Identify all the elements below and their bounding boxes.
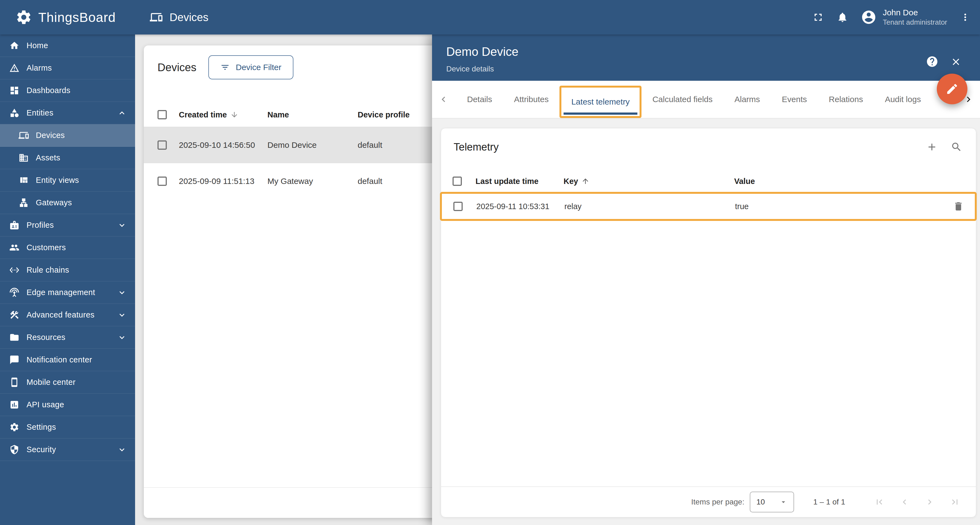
delete-trash-icon[interactable] bbox=[953, 201, 964, 212]
devices-title: Devices bbox=[158, 61, 196, 73]
add-telemetry-icon[interactable] bbox=[926, 141, 938, 153]
telemetry-card: Telemetry Last update time Key Value bbox=[441, 128, 976, 517]
tabs-list: Details Attributes Latest telemetry Calc… bbox=[456, 81, 932, 118]
sidebar-item-edge-management[interactable]: Edge management bbox=[0, 281, 135, 304]
smartphone-icon bbox=[9, 377, 19, 387]
device-details-drawer: Demo Device Device details Details Attri… bbox=[432, 35, 980, 525]
page-title: Devices bbox=[170, 11, 208, 24]
sidebar-item-settings[interactable]: Settings bbox=[0, 416, 135, 439]
edit-device-fab-button[interactable] bbox=[937, 73, 967, 104]
pagination-controls bbox=[874, 497, 960, 507]
search-icon[interactable] bbox=[951, 141, 962, 153]
sidebar-item-dashboards[interactable]: Dashboards bbox=[0, 80, 135, 102]
drawer-subtitle: Device details bbox=[446, 65, 494, 73]
filter-icon bbox=[220, 63, 230, 72]
cell-key: relay bbox=[565, 202, 735, 211]
sort-asc-arrow-icon bbox=[581, 177, 590, 185]
column-header-last-update-time[interactable]: Last update time bbox=[476, 177, 563, 186]
close-icon[interactable] bbox=[950, 56, 961, 67]
home-icon bbox=[9, 40, 19, 51]
cell-last-update-time: 2025-09-11 10:53:31 bbox=[476, 202, 565, 211]
row-checkbox[interactable] bbox=[158, 140, 167, 150]
logo-text: ThingsBoard bbox=[38, 10, 116, 25]
row-checkbox[interactable] bbox=[453, 202, 463, 211]
tab-alarms[interactable]: Alarms bbox=[724, 81, 771, 118]
drawer-tabs: Details Attributes Latest telemetry Calc… bbox=[432, 81, 980, 118]
sidebar-item-security[interactable]: Security bbox=[0, 439, 135, 461]
lan-tree-icon bbox=[19, 198, 29, 208]
sidebar-item-resources[interactable]: Resources bbox=[0, 326, 135, 349]
drawer-header: Demo Device Device details bbox=[432, 35, 980, 81]
user-menu[interactable]: John Doe Tenant administrator bbox=[861, 7, 947, 27]
folder-icon bbox=[9, 332, 19, 342]
account-circle-icon bbox=[861, 9, 877, 25]
sidebar-item-alarms[interactable]: Alarms bbox=[0, 57, 135, 80]
sidebar-item-mobile-center[interactable]: Mobile center bbox=[0, 371, 135, 394]
tab-audit-logs[interactable]: Audit logs bbox=[874, 81, 932, 118]
tab-events[interactable]: Events bbox=[771, 81, 818, 118]
user-role: Tenant administrator bbox=[883, 18, 947, 27]
next-page-icon[interactable] bbox=[924, 497, 935, 507]
sidebar-item-home[interactable]: Home bbox=[0, 35, 135, 57]
select-all-checkbox[interactable] bbox=[453, 177, 462, 186]
more-vert-icon[interactable] bbox=[960, 12, 971, 23]
telemetry-header: Telemetry bbox=[441, 128, 976, 159]
building-icon bbox=[19, 153, 29, 163]
sidebar-item-assets[interactable]: Assets bbox=[0, 147, 135, 169]
thingsboard-logo-icon bbox=[15, 9, 32, 26]
fullscreen-icon[interactable] bbox=[812, 11, 824, 23]
sidebar-item-notification-center[interactable]: Notification center bbox=[0, 349, 135, 371]
previous-page-icon[interactable] bbox=[899, 497, 910, 507]
chevron-down-icon bbox=[117, 445, 127, 455]
antenna-icon bbox=[9, 287, 19, 298]
cell-created-time: 2025-09-10 14:56:50 bbox=[179, 140, 267, 150]
help-icon[interactable] bbox=[926, 55, 939, 68]
sidebar-item-entity-views[interactable]: Entity views bbox=[0, 169, 135, 191]
sidebar-item-api-usage[interactable]: API usage bbox=[0, 394, 135, 416]
telemetry-title: Telemetry bbox=[453, 141, 499, 153]
tab-calculated-fields[interactable]: Calculated fields bbox=[641, 81, 724, 118]
cell-name: My Gateway bbox=[267, 177, 358, 186]
sidebar-item-profiles[interactable]: Profiles bbox=[0, 214, 135, 236]
tab-latest-telemetry[interactable]: Latest telemetry bbox=[560, 86, 641, 118]
telemetry-row-relay[interactable]: 2025-09-11 10:53:31 relay true bbox=[440, 192, 977, 221]
column-header-value[interactable]: Value bbox=[734, 177, 943, 186]
sidebar-item-advanced-features[interactable]: Advanced features bbox=[0, 304, 135, 326]
row-checkbox[interactable] bbox=[158, 177, 167, 186]
tab-attributes[interactable]: Attributes bbox=[503, 81, 560, 118]
view-quilt-icon bbox=[19, 175, 29, 185]
sidebar-item-gateways[interactable]: Gateways bbox=[0, 191, 135, 214]
cell-value: true bbox=[735, 202, 942, 211]
page-size-select[interactable]: 10 bbox=[750, 491, 794, 512]
sidebar-item-rule-chains[interactable]: Rule chains bbox=[0, 259, 135, 281]
thingsboard-logo[interactable]: ThingsBoard bbox=[0, 9, 135, 26]
items-per-page-label: Items per page: bbox=[691, 498, 745, 506]
badge-icon bbox=[9, 220, 19, 230]
pagination-bar: Items per page: 10 1 – 1 of 1 bbox=[441, 487, 976, 517]
column-header-key[interactable]: Key bbox=[563, 177, 734, 186]
tabs-scroll-left-button[interactable] bbox=[436, 94, 450, 105]
column-header-name[interactable]: Name bbox=[267, 110, 358, 119]
device-filter-button[interactable]: Device Filter bbox=[208, 55, 293, 80]
cell-created-time: 2025-09-09 11:51:13 bbox=[179, 177, 267, 186]
select-all-checkbox[interactable] bbox=[158, 110, 167, 119]
gear-icon bbox=[9, 422, 19, 432]
tools-icon bbox=[9, 310, 19, 320]
telemetry-table-header: Last update time Key Value bbox=[441, 171, 976, 191]
drawer-body: Telemetry Last update time Key Value bbox=[432, 118, 980, 525]
tab-details[interactable]: Details bbox=[456, 81, 503, 118]
last-page-icon[interactable] bbox=[950, 497, 960, 507]
sidebar-item-customers[interactable]: Customers bbox=[0, 236, 135, 259]
sidebar-item-devices[interactable]: Devices bbox=[0, 124, 135, 147]
cell-name: Demo Device bbox=[267, 140, 358, 150]
notifications-bell-icon[interactable] bbox=[837, 11, 848, 23]
first-page-icon[interactable] bbox=[874, 497, 885, 507]
sidebar-item-entities[interactable]: Entities bbox=[0, 102, 135, 124]
sidebar: Home Alarms Dashboards Entities Devices … bbox=[0, 35, 135, 525]
chevron-down-icon bbox=[117, 288, 127, 298]
column-header-created-time[interactable]: Created time bbox=[179, 110, 267, 119]
devices-page-icon bbox=[150, 11, 162, 24]
chevron-down-icon bbox=[117, 333, 127, 342]
chevron-down-icon bbox=[117, 220, 127, 230]
tab-relations[interactable]: Relations bbox=[818, 81, 874, 118]
